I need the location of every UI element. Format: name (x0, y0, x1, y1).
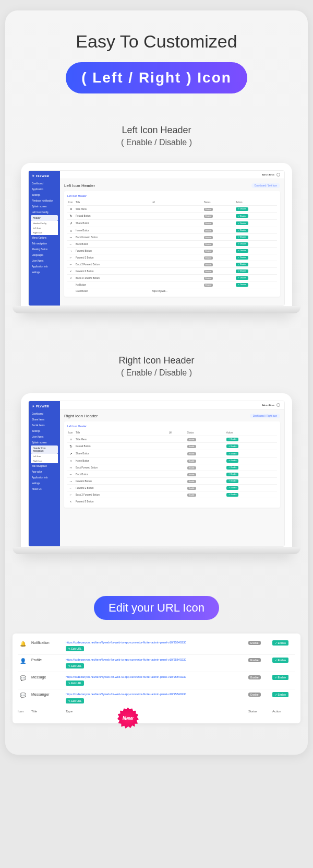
sidebar-item[interactable]: Left Icon (31, 226, 58, 230)
table-row: No ButtonEnable✓ Disable (67, 281, 277, 288)
table-row: ‹Forward 3 ButtonEnable✓ Disable (67, 268, 277, 275)
user-label: Admin Admin (262, 173, 274, 176)
toggle-button[interactable]: ✓ Disable (226, 452, 239, 455)
sidebar: ✈FLYWEB DashboardShare ItemsSocial Items… (29, 401, 60, 546)
toggle-button[interactable]: ✓ Disable (226, 493, 239, 497)
avatar-icon[interactable] (276, 173, 280, 177)
section1-title: Left Icon Header (5, 125, 308, 136)
breadcrumb[interactable]: Dashboard / Right Icon (250, 414, 280, 418)
sidebar-item[interactable]: Dashboard (29, 181, 60, 186)
enable-button[interactable]: ✓ Enable (272, 640, 288, 646)
toggle-button[interactable]: ✓ Disable (236, 242, 248, 246)
toggle-button[interactable]: ✓ Disable (226, 438, 239, 441)
laptop-mockup-1: ✈FLYWEB DashboardApplicationSettingsFire… (21, 163, 292, 313)
toggle-button[interactable]: ✓ Disable (236, 236, 248, 239)
sidebar-item[interactable]: User Agent (29, 434, 60, 440)
url-title: Profile (31, 658, 63, 662)
row-status: Enable (186, 464, 225, 471)
sidebar-item[interactable]: Left Icon (31, 454, 58, 459)
enable-button[interactable]: ✓ Enable (272, 658, 288, 663)
toggle-button[interactable]: ✓ Disable (226, 459, 239, 463)
sidebar-item[interactable]: Splash screen (29, 440, 60, 445)
enable-button[interactable]: ✓ Enable (272, 675, 288, 680)
toggle-button[interactable]: ✓ Disable (236, 269, 248, 273)
enable-button[interactable]: ✓ Enable (272, 692, 288, 697)
sidebar-item[interactable]: Application info (29, 475, 60, 480)
sidebar-item[interactable]: App-color (29, 469, 60, 475)
toggle-button[interactable]: ✓ Disable (236, 214, 248, 218)
toggle-button[interactable]: ✓ Disable (236, 229, 248, 232)
url-row: 👤Profilehttps://codecanyon.net/item/flyw… (18, 655, 295, 672)
row-status: Enable (186, 436, 225, 443)
url-link[interactable]: https://codecanyon.net/item/flyweb-for-w… (66, 658, 245, 662)
sidebar-item[interactable]: About Us (29, 486, 60, 492)
row-status: Enable (203, 281, 235, 288)
row-action: ✓ Disable (235, 241, 277, 248)
sidebar-item[interactable]: Menu Options (29, 235, 60, 241)
sidebar-item[interactable]: Social Items (29, 423, 60, 428)
edit-url-button[interactable]: ✎ Edit URL (66, 698, 84, 703)
row-action: ✓ Disable (235, 248, 277, 254)
url-link[interactable]: https://codecanyon.net/item/flyweb-for-w… (66, 641, 245, 644)
breadcrumb[interactable]: Dashboard / Left Icon (251, 183, 280, 188)
row-status: Enable (186, 458, 225, 464)
sidebar-item[interactable]: Header (31, 215, 58, 221)
sidebar-item[interactable]: Share Items (29, 417, 60, 423)
sidebar-item[interactable]: Splash screen (29, 204, 60, 209)
toggle-button[interactable]: ✓ Disable (226, 444, 239, 448)
row-title: Back Forward Button (75, 464, 168, 471)
avatar-icon[interactable] (276, 403, 280, 407)
sidebar-item[interactable]: Header Config (31, 221, 58, 226)
toggle-button[interactable]: ✓ Disable (236, 283, 248, 287)
sidebar-item[interactable]: settings (29, 480, 60, 486)
toggle-button[interactable]: ✓ Disable (236, 276, 248, 280)
url-link[interactable]: https://codecanyon.net/item/flyweb-for-w… (66, 693, 245, 696)
row-title: Forward Button (75, 248, 151, 254)
row-icon: ← (67, 254, 75, 261)
sidebar-item[interactable]: User Agent (29, 258, 60, 264)
sidebar-item[interactable]: Right Icon (31, 459, 58, 463)
sidebar-item[interactable]: Dashboard (29, 411, 60, 417)
sidebar-item[interactable]: Languages (29, 252, 60, 258)
row-title: Forward 3 Button (75, 498, 168, 505)
toggle-button[interactable]: ✓ Disable (236, 256, 248, 260)
table-row: ←Back ButtonEnable✓ Disable (67, 241, 277, 248)
edit-url-button[interactable]: ✎ Edit URL (66, 646, 84, 651)
url-link[interactable]: https://codecanyon.net/item/flyweb-for-w… (66, 675, 245, 679)
sidebar-item[interactable]: Right Icon (31, 230, 58, 235)
sidebar-item[interactable]: Tab navigation (29, 463, 60, 469)
toggle-button[interactable]: ✓ Disable (236, 207, 248, 211)
row-title: Share Button (75, 220, 151, 227)
sidebar-item[interactable]: Settings (29, 192, 60, 198)
row-title: Card Button (75, 288, 151, 294)
sidebar-item[interactable]: Application (29, 186, 60, 192)
row-action (225, 498, 277, 505)
sidebar-item[interactable]: Settings (29, 428, 60, 434)
row-title: Side Menu (75, 436, 168, 443)
sidebar-item[interactable]: settings (29, 269, 60, 275)
section2-title: Right Icon Header (5, 355, 308, 366)
sidebar-item[interactable]: Firebase Notification (29, 198, 60, 204)
toggle-button[interactable]: ✓ Disable (236, 221, 248, 225)
edit-url-button[interactable]: ✎ Edit URL (66, 663, 84, 668)
toggle-button[interactable]: ✓ Disable (236, 249, 248, 253)
sidebar-item[interactable]: Floating Button (29, 247, 60, 252)
row-url (151, 220, 203, 227)
page-title: Left Icon Header (64, 183, 280, 188)
row-url (168, 478, 186, 485)
toggle-button[interactable]: ✓ Disable (236, 263, 248, 266)
edit-url-button[interactable]: ✎ Edit URL (66, 681, 84, 686)
sidebar-item[interactable]: Tab navigation (29, 241, 60, 247)
row-status: Enable (203, 220, 235, 227)
sidebar-item[interactable]: Header Icon navigation (31, 445, 58, 454)
row-url (168, 491, 186, 498)
toggle-button[interactable]: ✓ Disable (226, 486, 239, 490)
sidebar-item[interactable]: Application info (29, 264, 60, 269)
row-action (235, 288, 277, 294)
toggle-button[interactable]: ✓ Disable (226, 466, 239, 470)
toggle-button[interactable]: ✓ Disable (226, 479, 239, 483)
toggle-button[interactable]: ✓ Disable (226, 473, 239, 476)
row-url (151, 206, 203, 213)
sidebar-item[interactable]: Left Icon Config (29, 209, 60, 215)
table-row: ≡Side MenuEnable✓ Disable (67, 436, 277, 443)
